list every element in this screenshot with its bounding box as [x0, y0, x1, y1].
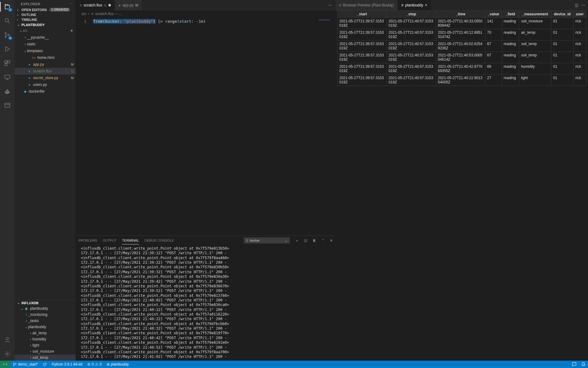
table-cell: 01: [551, 63, 574, 75]
file-tree: ⌄src ›__pycache__ ›static ⌄templates <> …: [15, 27, 76, 300]
status-bucket[interactable]: ≣ plantbuddy: [104, 362, 131, 366]
table-row[interactable]: 2021-05-27T21:39:57.3153019Z2021-05-27T2…: [337, 52, 586, 63]
tab-app-py[interactable]: ● app.py M: [115, 0, 142, 10]
influx-field[interactable]: ›soil_temp: [15, 355, 76, 361]
table-cell: humidity: [519, 63, 551, 75]
search-icon[interactable]: [3, 17, 12, 25]
terminal-split-icon[interactable]: ◫: [304, 239, 307, 243]
influx-item[interactable]: ⌄plantbuddy: [15, 324, 76, 330]
panel-tab-problems[interactable]: PROBLEMS: [78, 237, 97, 244]
tab-plantbuddy-result[interactable]: ≡ plantbuddy ×: [398, 0, 431, 10]
section-influxdb[interactable]: ⌄INFLUXDB: [15, 300, 76, 305]
terminal-kill-icon[interactable]: 🗑: [313, 239, 316, 242]
table-cell: rick: [573, 18, 586, 29]
status-problems[interactable]: ⊘0 ⚠0: [85, 362, 104, 366]
editor-group-left: ≡ scratch.flux U ● app.py M ⋯ src › ≡: [76, 0, 335, 361]
panel-tab-output[interactable]: OUTPUT: [103, 237, 116, 244]
svg-rect-6: [5, 63, 7, 66]
influx-item[interactable]: ›_monitoring: [15, 312, 76, 318]
source-control-icon[interactable]: 4: [3, 31, 12, 39]
section-project[interactable]: ⌄PLANTBUDDY: [15, 22, 76, 27]
tab-scratch-flux[interactable]: ≡ scratch.flux U: [76, 0, 115, 10]
split-editor-icon[interactable]: ◫: [575, 3, 578, 7]
editor-more-icon[interactable]: ⋯: [328, 3, 332, 7]
table-cell: soil_temp: [519, 52, 551, 63]
table-cell: 2021-05-27T21:40:57.3153019Z: [386, 52, 436, 63]
code-editor[interactable]: 1 from(bucket: "plantbuddy") |> range(st…: [76, 17, 335, 236]
influx-field[interactable]: ›humidity: [15, 336, 76, 342]
run-debug-icon[interactable]: [3, 45, 12, 53]
table-row[interactable]: 2021-05-27T21:39:57.3153019Z2021-05-27T2…: [337, 75, 586, 86]
table-row[interactable]: 2021-05-27T21:39:57.3153019Z2021-05-27T2…: [337, 18, 586, 29]
table-header: _stop: [386, 11, 436, 18]
file-users-py[interactable]: ● users.py: [15, 81, 76, 88]
activity-bar: 1 4: [0, 0, 15, 361]
status-python[interactable]: Python 3.9.1 64-bit: [49, 362, 85, 366]
panel-maximize-icon[interactable]: ⌃: [322, 239, 324, 243]
terminal-new-icon[interactable]: ＋: [295, 238, 299, 243]
section-open-editors[interactable]: › OPEN EDITORS 1 UNSAVED: [15, 7, 76, 12]
table-cell: 01: [551, 18, 574, 29]
docker-file-icon: ◆: [23, 89, 28, 94]
remote-explorer-icon[interactable]: [3, 73, 12, 82]
file-home-html[interactable]: <> home.html: [15, 54, 76, 61]
table-cell: 01: [551, 40, 574, 52]
code-line: from(bucket: "plantbuddy") |> range(star…: [76, 17, 335, 24]
table-cell: 2021-05-27T21:39:57.3153019Z: [337, 75, 387, 86]
panel-close-icon[interactable]: ✕: [330, 239, 333, 243]
influx-field[interactable]: ›soil_moisture: [15, 348, 76, 355]
folder-src[interactable]: ⌄src: [15, 27, 76, 34]
minimap[interactable]: [317, 17, 335, 236]
folder-static[interactable]: ›static: [15, 41, 76, 48]
svg-rect-5: [8, 61, 10, 63]
status-notifications-icon[interactable]: [579, 362, 588, 366]
status-sync-icon[interactable]: [40, 362, 49, 366]
folder-templates[interactable]: ⌄templates: [15, 48, 76, 54]
file-scratch-flux[interactable]: ≡ scratch.flux U: [15, 68, 76, 75]
table-cell: 70: [485, 29, 502, 40]
accounts-icon[interactable]: [3, 335, 12, 344]
file-app-py[interactable]: ● app.py M: [15, 61, 76, 68]
terminal-output[interactable]: <influxdb_client.client.write_point.Poin…: [76, 245, 335, 361]
remote-indicator-icon[interactable]: [0, 361, 10, 368]
breadcrumb[interactable]: src › ≡ scratch.flux › ...: [76, 10, 335, 17]
influx-bucket[interactable]: ⌄◉ plantbuddy: [15, 305, 76, 312]
settings-gear-icon[interactable]: [3, 350, 12, 358]
influx-item[interactable]: ›_tasks: [15, 318, 76, 324]
list-icon: ≡: [401, 3, 403, 7]
browser-preview-icon[interactable]: [3, 101, 12, 110]
close-icon[interactable]: ×: [425, 3, 427, 7]
influx-field[interactable]: ›light: [15, 342, 76, 348]
table-cell: 2021-05-27T21:39:57.3153019Z: [337, 18, 387, 29]
influx-field[interactable]: ›air_temp: [15, 330, 76, 336]
explorer-more-icon[interactable]: ⋯: [69, 2, 73, 6]
table-cell: 2021-05-27T21:40:33.055080944Z: [436, 18, 485, 29]
panel-tab-terminal[interactable]: TERMINAL: [122, 237, 139, 244]
table-cell: 2021-05-27T21:40:57.3153019Z: [386, 18, 436, 29]
right-tabs: ≡ Browser Preview (Plant Buddy) ≡ plantb…: [335, 0, 588, 10]
explorer-sidebar: EXPLORER ⋯ › OPEN EDITORS 1 UNSAVED ›OUT…: [15, 0, 76, 361]
chevron-down-icon: ⌄: [285, 239, 288, 243]
table-cell: air_temp: [519, 29, 551, 40]
status-bar: demo_start* Python 3.9.1 64-bit ⊘0 ⚠0 ≣ …: [0, 361, 588, 368]
tab-browser-preview[interactable]: ≡ Browser Preview (Plant Buddy): [335, 0, 398, 10]
extensions-icon[interactable]: [3, 59, 12, 67]
status-branch[interactable]: demo_start*: [10, 362, 40, 366]
editor-more-icon[interactable]: ⋯: [581, 3, 585, 7]
file-dockerfile[interactable]: ◆ dockerfile: [15, 88, 76, 95]
section-timeline[interactable]: ›TIMELINE: [15, 17, 76, 22]
terminal-selector[interactable]: 1: docker⌄: [244, 237, 290, 243]
table-row[interactable]: 2021-05-27T21:39:57.3153019Z2021-05-27T2…: [337, 29, 586, 40]
file-secret-store[interactable]: ● secret_store.py M: [15, 75, 76, 81]
folder-pycache[interactable]: ›__pycache__: [15, 34, 76, 41]
explorer-icon[interactable]: 1: [3, 2, 12, 11]
python-icon: ●: [119, 3, 121, 7]
status-feedback-icon[interactable]: [570, 362, 579, 366]
table-row[interactable]: 2021-05-27T21:39:57.3153019Z2021-05-27T2…: [337, 63, 586, 75]
table-row[interactable]: 2021-05-27T21:39:57.3153019Z2021-05-27T2…: [337, 40, 586, 52]
section-outline[interactable]: ›OUTLINE: [15, 12, 76, 17]
bottom-panel: PROBLEMS OUTPUT TERMINAL DEBUG CONSOLE 1…: [76, 236, 335, 361]
panel-tab-debug[interactable]: DEBUG CONSOLE: [145, 237, 174, 244]
docker-icon[interactable]: [3, 87, 12, 96]
table-cell: light: [519, 75, 551, 86]
